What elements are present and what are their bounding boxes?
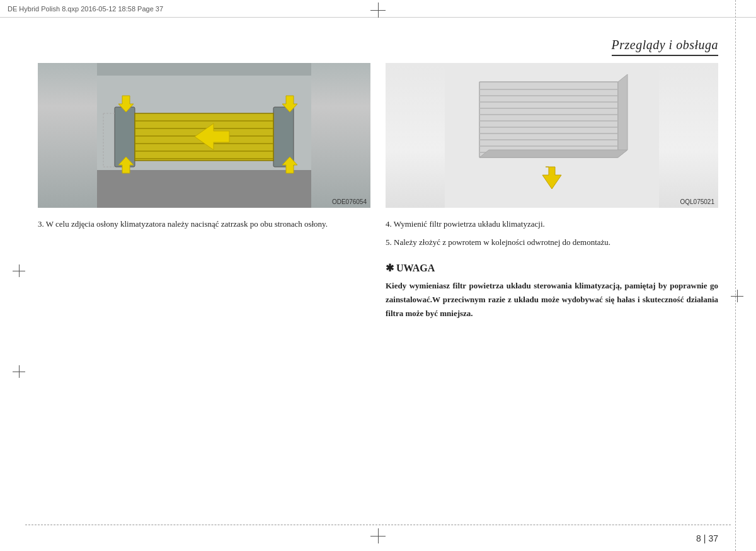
left-image-box: ODE076054: [38, 63, 370, 208]
crosshair-right-icon: [731, 290, 743, 302]
svg-marker-33: [618, 74, 627, 157]
note-header: ✱ UWAGA: [386, 262, 718, 274]
left-image-code: ODE076054: [332, 198, 367, 205]
right-text-block: 4. Wymienić filtr powietrza układu klima…: [386, 218, 718, 321]
note-header-text: ✱ UWAGA: [386, 262, 435, 274]
page-number: 8 | 37: [696, 533, 718, 543]
right-dashed-border: [735, 0, 736, 551]
svg-rect-2: [97, 63, 311, 76]
text-row: 3. W celu zdjęcia osłony klimatyzatora n…: [38, 218, 718, 321]
right-image-code: OQL075021: [680, 198, 715, 205]
footer: 8 | 37: [0, 520, 756, 551]
crosshair-left-top-icon: [13, 264, 25, 277]
step4-text: 4. Wymienić filtr powietrza układu klima…: [386, 218, 718, 231]
images-row: ODE076054: [38, 63, 718, 208]
left-image-container: ODE076054: [38, 63, 370, 208]
page-num: 37: [708, 533, 718, 543]
note-section: ✱ UWAGA Kiedy wymieniasz filtr powietrza…: [386, 262, 718, 321]
footer-dashed-line: [25, 525, 731, 525]
main-content: ODE076054: [38, 63, 718, 501]
left-image-svg: [38, 63, 370, 208]
title-underline: [612, 55, 719, 56]
svg-rect-1: [97, 170, 311, 208]
svg-marker-34: [479, 150, 627, 157]
page-title: Przeglądy i obsługa: [612, 38, 719, 52]
header-text: DE Hybrid Polish 8.qxp 2016-05-12 18:58 …: [8, 5, 163, 13]
crosshair-bottom-icon: [370, 528, 386, 543]
crosshair-top-icon: [370, 3, 386, 18]
right-image-container: OQL075021: [386, 63, 718, 208]
crosshair-left-bottom-icon: [13, 365, 25, 378]
left-text-block: 3. W celu zdjęcia osłony klimatyzatora n…: [38, 218, 370, 321]
step3-text: 3. W celu zdjęcia osłony klimatyzatora n…: [38, 218, 370, 231]
step5-text: 5. Należy złożyć z powrotem w kolejności…: [386, 236, 718, 249]
page-title-area: Przeglądy i obsługa: [612, 38, 719, 56]
note-body-text: Kiedy wymieniasz filtr powietrza układu …: [386, 279, 718, 321]
right-image-svg: [386, 63, 718, 208]
page-divider: |: [704, 533, 706, 543]
page-section: 8: [696, 533, 701, 543]
left-image-wrapper: ODE076054: [38, 63, 370, 208]
right-image-box: OQL075021: [386, 63, 718, 208]
